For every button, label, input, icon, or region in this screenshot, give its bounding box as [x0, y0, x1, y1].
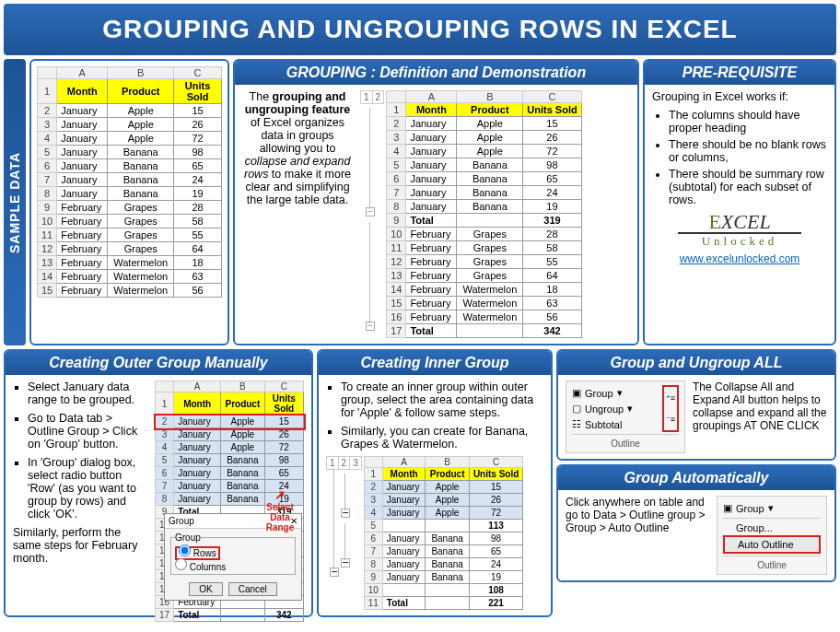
ungroup-button[interactable]: ▢Ungroup ▾ — [572, 401, 633, 416]
inner-group-table: ABC 1MonthProductUnits Sold 2JanuaryAppl… — [364, 456, 524, 610]
step-item: In 'Group' dialog box, select radio butt… — [28, 456, 149, 521]
inner-step: Similarly, you can create for Banana, Gr… — [341, 425, 543, 451]
collapse-button[interactable]: − — [330, 568, 339, 577]
subtotal-button[interactable]: ☷Subtotal — [572, 416, 633, 432]
group-all-text: The Collapse All and Expand All button h… — [693, 380, 827, 432]
group-menu-item[interactable]: Group... — [723, 521, 821, 535]
step-item: Select January data range to be grouped. — [28, 380, 149, 406]
auto-group-text: Click anywhere on table and go to Data >… — [566, 496, 709, 575]
definition-text: The grouping and ungrouping feature of E… — [242, 90, 353, 338]
group-icon: ▣ — [572, 387, 581, 399]
prereq-item: There should be no blank rows or columns… — [669, 138, 827, 164]
sample-data-panel: ABC 1MonthProductUnits Sold 2JanuaryAppl… — [29, 59, 229, 345]
sample-data-label: SAMPLE DATA — [4, 59, 26, 345]
prereq-item: The columns should have proper heading — [669, 109, 827, 135]
prereq-intro: Grouping in Excel works if: — [652, 90, 827, 103]
chevron-down-icon: ▾ — [627, 403, 633, 415]
step-item: Go to Data tab > Outline Group > Click o… — [28, 412, 149, 451]
group-menu: ▣Group ▾ Group... Auto Outline Outline — [717, 496, 827, 575]
collapse-button[interactable]: − — [366, 322, 375, 331]
group-dropdown[interactable]: ▣Group ▾ — [723, 500, 821, 516]
cancel-button[interactable]: Cancel — [228, 582, 277, 596]
excel-unlocked-logo: EXCEL Unlocked — [652, 210, 827, 249]
prereq-item: There should be summary row (subtotal) f… — [669, 168, 827, 206]
inner-group-heading: Creating Inner Group — [319, 351, 551, 375]
inner-step: To create an inner group within outer gr… — [341, 380, 543, 419]
outline-ribbon: ▣Group ▾ ▢Ungroup ▾ ☷Subtotal ⁺≡ ⁻≡ Outl… — [566, 380, 685, 453]
ungroup-icon: ▢ — [572, 403, 581, 415]
subtotal-icon: ☷ — [572, 418, 581, 430]
auto-outline-menu-item[interactable]: Auto Outline — [723, 535, 821, 554]
chevron-down-icon: ▾ — [617, 387, 623, 399]
ok-button[interactable]: OK — [189, 582, 222, 596]
chevron-down-icon: ▾ — [768, 502, 774, 514]
auto-group-heading: Group Automatically — [558, 466, 834, 490]
website-link[interactable]: www.excelunlocked.com — [652, 252, 827, 265]
expand-all-button[interactable]: ⁺≡ — [666, 393, 675, 403]
select-range-note: ↗ Select Data Range — [256, 487, 304, 533]
sample-table: ABC 1MonthProductUnits Sold 2JanuaryAppl… — [37, 66, 222, 298]
page-title: GROUPING AND UNGROUPING ROWS IN EXCEL — [4, 4, 836, 55]
collapse-button[interactable]: − — [366, 207, 375, 217]
group-all-heading: Group and Ungroup ALL — [558, 351, 834, 375]
prerequisite-heading: PRE-REQUISITE — [645, 61, 834, 85]
columns-radio[interactable]: Columns — [175, 562, 226, 572]
definition-heading: GROUPING : Definition and Demonstration — [235, 61, 637, 85]
group-icon: ▣ — [723, 502, 732, 514]
group-button[interactable]: ▣Group ▾ — [572, 385, 633, 401]
step-tail: Similarly, perform the same steps for Fe… — [13, 526, 149, 565]
collapse-all-button[interactable]: ⁻≡ — [666, 415, 675, 424]
outline-level-buttons[interactable]: 12 — [360, 90, 384, 104]
demo-table: ABC 1MonthProductUnits Sold 2JanuaryAppl… — [386, 90, 582, 338]
outer-group-heading: Creating Outer Group Manually — [6, 351, 311, 375]
